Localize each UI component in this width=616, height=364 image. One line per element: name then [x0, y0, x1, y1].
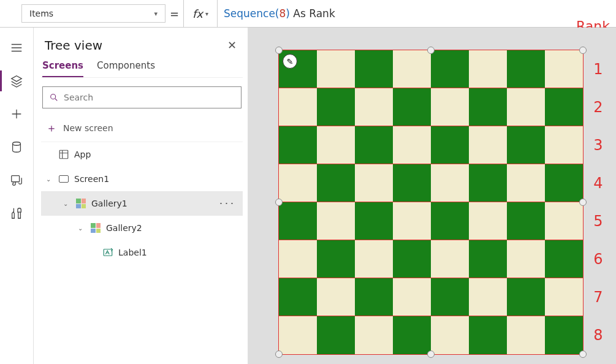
media-icon: [10, 173, 23, 187]
board-cell: [469, 202, 507, 240]
rail-tools-button[interactable]: [0, 199, 34, 227]
panel-title: Tree view: [45, 38, 102, 53]
tab-components[interactable]: Components: [97, 60, 155, 77]
search-box[interactable]: [42, 86, 241, 108]
board-cell: [355, 126, 393, 164]
board-cell: [355, 202, 393, 240]
tree-node-label1[interactable]: Label1: [41, 240, 243, 265]
rail-hamburger-button[interactable]: [0, 34, 34, 62]
board-cell: [469, 50, 507, 88]
formula-input[interactable]: Sequence(8) As Rank: [218, 0, 616, 27]
formula-bar: Items ▾ = fx ▾ Sequence(8) As Rank: [0, 0, 616, 28]
board-cell: [393, 316, 431, 354]
tree-node-gallery1[interactable]: ⌄ Gallery1 ･･･: [41, 191, 243, 216]
board-cell: [545, 164, 583, 202]
resize-handle-mr[interactable]: [579, 199, 587, 206]
checkerboard: [279, 50, 583, 354]
gallery-icon: [90, 222, 101, 233]
database-icon: [10, 140, 23, 154]
board-cell: [545, 278, 583, 316]
rank-number: 7: [589, 278, 607, 316]
tab-screens[interactable]: Screens: [42, 60, 83, 77]
plus-icon: ＋: [46, 121, 57, 135]
resize-handle-tm[interactable]: [427, 47, 435, 54]
board-cell: [279, 126, 317, 164]
board-cell: [355, 240, 393, 278]
svg-rect-3: [59, 150, 68, 159]
search-input[interactable]: [64, 93, 235, 102]
chevron-down-icon: ⌄: [46, 176, 53, 183]
resize-handle-tr[interactable]: [579, 47, 587, 54]
edit-template-button[interactable]: ✎: [283, 54, 297, 69]
board-cell: [355, 278, 393, 316]
tree-node-app[interactable]: App: [41, 142, 243, 167]
board-cell: [355, 164, 393, 202]
search-icon: [49, 93, 59, 102]
formula-token-as: As: [290, 7, 309, 20]
svg-rect-1: [12, 176, 20, 182]
property-dropdown[interactable]: Items ▾: [21, 4, 165, 23]
new-screen-button[interactable]: ＋ New screen: [41, 115, 243, 142]
tools-icon: [10, 207, 23, 220]
rail-tree-view-button[interactable]: [0, 67, 34, 95]
gallery-icon: [75, 198, 86, 209]
layers-icon: [10, 74, 23, 88]
board-cell: [469, 126, 507, 164]
resize-handle-br[interactable]: [579, 351, 587, 358]
board-row: [279, 202, 583, 240]
more-button[interactable]: ･･･: [216, 197, 238, 210]
rail-media-button[interactable]: [0, 166, 34, 194]
canvas[interactable]: ✎ 12345678: [248, 28, 616, 364]
board-cell: [507, 50, 545, 88]
board-cell: [317, 88, 355, 126]
board-cell: [393, 88, 431, 126]
plus-icon: [10, 107, 23, 121]
resize-handle-tl[interactable]: [275, 47, 283, 54]
tree-node-screen1[interactable]: ⌄ Screen1: [41, 167, 243, 191]
board-cell: [317, 164, 355, 202]
board-row: [279, 278, 583, 316]
board-cell: [431, 278, 469, 316]
rank-number: 2: [589, 88, 607, 126]
board-cell: [317, 50, 355, 88]
tree-node-label: Screen1: [74, 174, 109, 184]
fx-dropdown[interactable]: fx ▾: [184, 0, 218, 27]
tree-view-panel: Tree view ✕ Screens Components ＋ New scr…: [34, 28, 248, 364]
rank-number: 5: [589, 202, 607, 240]
board-cell: [355, 50, 393, 88]
property-dropdown-value: Items: [29, 9, 53, 18]
tree-node-gallery2[interactable]: ⌄ Gallery2: [41, 216, 243, 240]
hamburger-icon: [10, 41, 23, 55]
board-cell: [545, 316, 583, 354]
rank-number: 1: [589, 50, 607, 88]
resize-handle-bl[interactable]: [275, 351, 283, 358]
formula-token-open: (: [275, 7, 279, 20]
board-cell: [469, 278, 507, 316]
board-cell: [279, 278, 317, 316]
board-cell: [279, 88, 317, 126]
rank-number: 6: [589, 240, 607, 278]
chevron-down-icon: ▾: [205, 10, 208, 17]
board-cell: [393, 164, 431, 202]
board-cell: [279, 202, 317, 240]
board-cell: [545, 240, 583, 278]
board-cell: [431, 202, 469, 240]
resize-handle-bm[interactable]: [427, 351, 435, 358]
rail-data-button[interactable]: [0, 133, 34, 161]
panel-close-button[interactable]: ✕: [225, 36, 239, 54]
fx-label: fx: [192, 7, 203, 20]
rail-insert-button[interactable]: [0, 100, 34, 128]
board-row: [279, 50, 583, 88]
board-cell: [507, 164, 545, 202]
pencil-icon: ✎: [287, 57, 294, 66]
board-cell: [469, 164, 507, 202]
left-rail: [0, 28, 34, 364]
board-row: [279, 316, 583, 354]
app-icon: [58, 149, 69, 160]
board-cell: [545, 126, 583, 164]
formula-token-alias: Rank: [309, 7, 335, 20]
resize-handle-ml[interactable]: [275, 199, 283, 206]
gallery1-frame[interactable]: ✎: [279, 50, 583, 354]
svg-point-0: [13, 142, 21, 146]
board-cell: [431, 164, 469, 202]
